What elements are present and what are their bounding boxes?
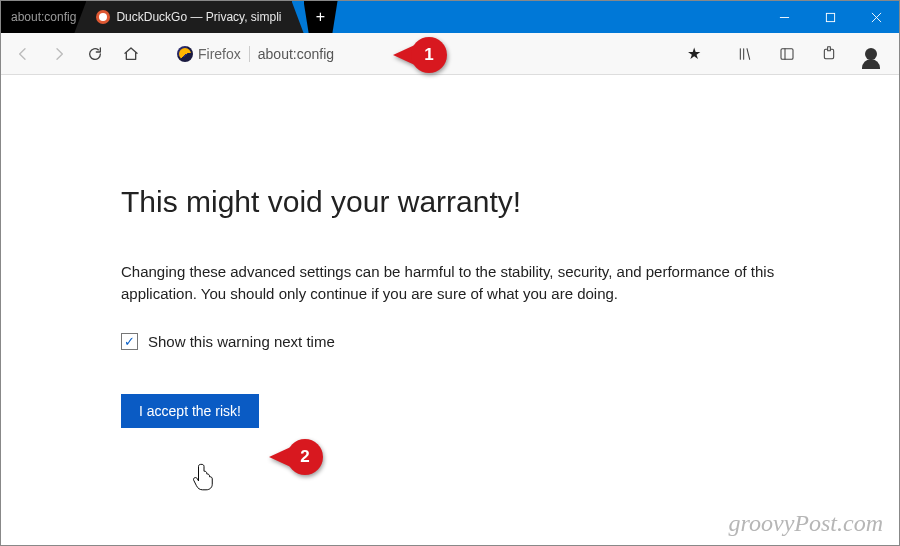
maximize-button[interactable] [807, 1, 853, 33]
window-titlebar: about:config DuckDuckGo — Privacy, simpl… [1, 1, 899, 33]
site-identity[interactable]: Firefox [173, 46, 250, 62]
window-controls [761, 1, 899, 33]
svg-rect-7 [781, 48, 793, 59]
cursor-pointer-icon [193, 463, 215, 491]
watermark: groovyPost.com [729, 510, 883, 537]
tab-duckduckgo[interactable]: DuckDuckGo — Privacy, simpli [86, 1, 291, 33]
tab-title: about:config [11, 10, 76, 24]
account-button[interactable] [857, 40, 885, 68]
reload-button[interactable] [81, 40, 109, 68]
about-config-warning: This might void your warranty! Changing … [1, 75, 899, 428]
tab-title: DuckDuckGo — Privacy, simpli [116, 10, 281, 24]
minimize-button[interactable] [761, 1, 807, 33]
person-icon [865, 48, 877, 60]
library-button[interactable] [731, 40, 759, 68]
checkbox-label: Show this warning next time [148, 333, 335, 350]
callout-1: 1 [393, 37, 447, 73]
identity-label: Firefox [198, 46, 241, 62]
svg-rect-10 [828, 46, 831, 50]
firefox-icon [177, 46, 193, 62]
duckduckgo-favicon-icon [96, 10, 110, 24]
titlebar-drag-area[interactable] [338, 1, 761, 33]
extension-button[interactable] [815, 40, 843, 68]
svg-line-6 [747, 48, 750, 59]
home-button[interactable] [117, 40, 145, 68]
callout-number: 2 [287, 439, 323, 475]
checkbox-icon: ✓ [121, 333, 138, 350]
callout-number: 1 [411, 37, 447, 73]
tab-about-config[interactable]: about:config [1, 1, 86, 33]
toolbar-right-buttons [731, 40, 891, 68]
forward-button[interactable] [45, 40, 73, 68]
back-button[interactable] [9, 40, 37, 68]
warning-body: Changing these advanced settings can be … [121, 261, 779, 305]
callout-2: 2 [269, 439, 323, 475]
warning-heading: This might void your warranty! [121, 185, 779, 219]
close-button[interactable] [853, 1, 899, 33]
sidebar-button[interactable] [773, 40, 801, 68]
navigation-toolbar: Firefox about:config ★ [1, 33, 899, 75]
url-text: about:config [258, 46, 687, 62]
show-warning-checkbox[interactable]: ✓ Show this warning next time [121, 333, 779, 350]
tab-strip: about:config DuckDuckGo — Privacy, simpl… [1, 1, 338, 33]
svg-rect-1 [826, 13, 834, 21]
new-tab-button[interactable]: + [304, 1, 338, 33]
accept-risk-button[interactable]: I accept the risk! [121, 394, 259, 428]
bookmark-star-icon[interactable]: ★ [687, 44, 701, 63]
